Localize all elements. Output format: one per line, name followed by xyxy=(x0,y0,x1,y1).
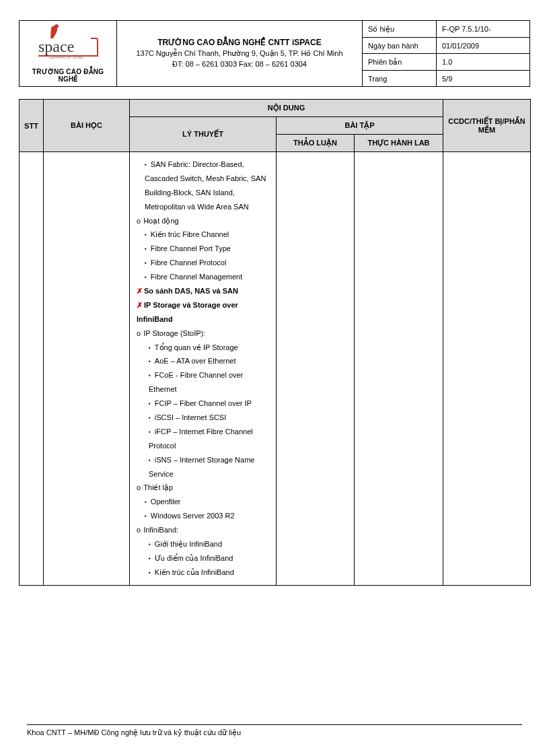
logo-subtitle: TRƯỜNG CAO ĐẲNG NGHỀ xyxy=(25,68,111,83)
content-line: iFCP – Internet Fibre Channel Protocol xyxy=(137,425,272,453)
info-sohieu-label: Số hiệu xyxy=(363,21,437,38)
cell-lab xyxy=(355,152,443,586)
content-line: IP Storage (StoIP): xyxy=(137,327,272,341)
info-trang-value: 5/9 xyxy=(437,71,530,87)
header-table: space LEARNING BY DOING TRƯỜNG CAO ĐẲNG … xyxy=(19,20,530,87)
content-line: iSNS – Internet Storage Name Service xyxy=(137,453,272,481)
info-phienban-value: 1.0 xyxy=(437,53,530,70)
content-line: SAN Fabric: Director-Based, Cascaded Swi… xyxy=(137,158,272,214)
content-line: InfiniBand: xyxy=(137,523,272,537)
ispace-logo-icon: space LEARNING BY DOING xyxy=(34,24,102,67)
info-trang-label: Trang xyxy=(363,71,437,87)
main-table: STT BÀI HỌC NỘI DUNG CCDC/THIẾT BỊ/PHẦN … xyxy=(19,99,531,586)
col-baitap: BÀI TẬP xyxy=(277,117,443,135)
col-ccdc: CCDC/THIẾT BỊ/PHẦN MỀM xyxy=(443,100,531,152)
content-line: Tổng quan về IP Storage xyxy=(137,341,272,355)
footer-text: Khoa CNTT – MH/MĐ Công nghệ lưu trữ và k… xyxy=(27,728,241,737)
footer-divider xyxy=(27,724,522,725)
x-bullet-icon: ✗ xyxy=(137,287,143,295)
content-line: Hoạt động xyxy=(137,214,272,228)
col-baihoc: BÀI HỌC xyxy=(44,100,130,152)
content-line: FCIP – Fiber Channel over IP xyxy=(137,397,272,411)
cell-ccdc xyxy=(443,152,531,586)
info-ngay-label: Ngày ban hành xyxy=(363,38,437,54)
school-contact: ĐT: 08 – 6261 0303 Fax: 08 – 6261 0304 xyxy=(122,59,357,70)
content-line: Giới thiệu InfiniBand xyxy=(137,537,272,551)
content-line: FCoE - Fibre Channel over Ethernet xyxy=(137,368,272,397)
logo-cell: space LEARNING BY DOING TRƯỜNG CAO ĐẲNG … xyxy=(20,21,117,87)
cell-lythuyet-content: SAN Fabric: Director-Based, Cascaded Swi… xyxy=(130,152,277,586)
content-line: iSCSI – Internet SCSI xyxy=(137,411,272,425)
content-line: Windows Server 2003 R2 xyxy=(137,509,272,523)
content-line: Fibre Channel Management xyxy=(137,270,272,284)
info-sohieu-value: F-QP 7.5.1/10- xyxy=(437,21,530,38)
col-thaoluan: THẢO LUẬN xyxy=(277,135,355,152)
content-line: Fibre Channel Protocol xyxy=(137,256,272,270)
content-heading: ✗So sánh DAS, NAS và SAN xyxy=(137,284,272,298)
col-lythuyet: LÝ THUYẾT xyxy=(130,117,277,152)
cell-thaoluan xyxy=(277,152,355,586)
content-line: Fibre Channel Port Type xyxy=(137,242,272,256)
school-address: 137C Nguyễn Chí Thanh, Phường 9, Quận 5,… xyxy=(122,48,357,59)
x-bullet-icon: ✗ xyxy=(137,301,143,309)
content-line: Kiến trúc Fibre Channel xyxy=(137,228,272,242)
content-line: Ưu điểm của InfiniBand xyxy=(137,551,272,565)
col-lab: THỰC HÀNH LAB xyxy=(355,135,443,152)
cell-baihoc xyxy=(44,152,130,586)
content-line: Openfiler xyxy=(137,495,272,509)
content-line: AoE – ATA over Ethernet xyxy=(137,354,272,368)
info-phienban-label: Phiên bản xyxy=(363,53,437,70)
svg-point-0 xyxy=(54,24,59,28)
content-line: Kiến trúc của InfiniBand xyxy=(137,565,272,580)
info-ngay-value: 01/01/2009 xyxy=(437,38,530,54)
svg-text:space: space xyxy=(38,38,74,55)
col-stt: STT xyxy=(20,100,44,152)
header-title-cell: TRƯỜNG CAO ĐẲNG NGHỀ CNTT iSPACE 137C Ng… xyxy=(117,21,363,87)
content-line: Thiết lập xyxy=(137,481,272,495)
content-heading: ✗IP Storage và Storage over InfiniBand xyxy=(137,298,272,327)
cell-stt xyxy=(20,152,44,586)
school-title: TRƯỜNG CAO ĐẲNG NGHỀ CNTT iSPACE xyxy=(122,37,357,48)
col-noidung: NỘI DUNG xyxy=(130,100,443,117)
